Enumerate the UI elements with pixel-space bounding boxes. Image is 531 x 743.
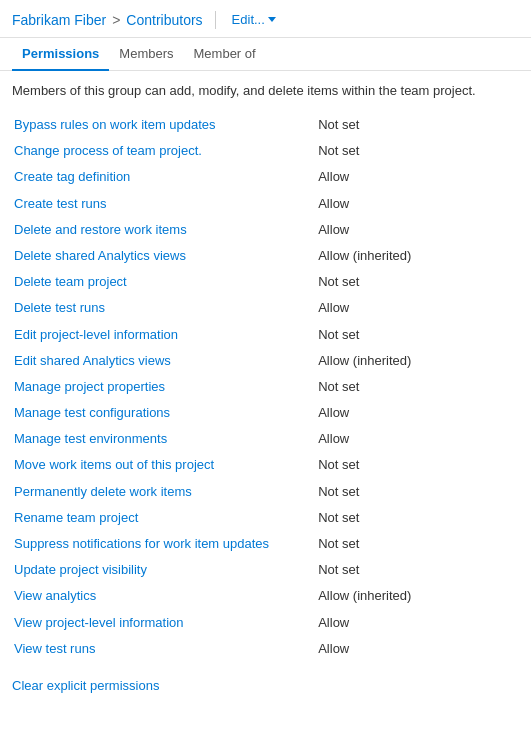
table-row: Manage test environmentsAllow bbox=[12, 426, 519, 452]
permission-name[interactable]: Delete test runs bbox=[12, 295, 316, 321]
table-row: View project-level informationAllow bbox=[12, 610, 519, 636]
table-row: Bypass rules on work item updatesNot set bbox=[12, 112, 519, 138]
table-row: Delete team projectNot set bbox=[12, 269, 519, 295]
table-row: Move work items out of this projectNot s… bbox=[12, 452, 519, 478]
permission-value: Not set bbox=[316, 269, 519, 295]
permission-value: Not set bbox=[316, 557, 519, 583]
permission-name[interactable]: Suppress notifications for work item upd… bbox=[12, 531, 316, 557]
tab-permissions[interactable]: Permissions bbox=[12, 38, 109, 71]
chevron-down-icon bbox=[268, 17, 276, 22]
permission-name[interactable]: Manage test environments bbox=[12, 426, 316, 452]
table-row: Suppress notifications for work item upd… bbox=[12, 531, 519, 557]
table-row: Delete shared Analytics viewsAllow (inhe… bbox=[12, 243, 519, 269]
tab-members[interactable]: Members bbox=[109, 38, 183, 71]
permission-name[interactable]: View analytics bbox=[12, 583, 316, 609]
table-row: Permanently delete work itemsNot set bbox=[12, 479, 519, 505]
main-content: Members of this group can add, modify, a… bbox=[0, 71, 531, 705]
table-row: Edit project-level informationNot set bbox=[12, 322, 519, 348]
permission-value: Allow bbox=[316, 164, 519, 190]
tabs-bar: Permissions Members Member of bbox=[0, 38, 531, 71]
permission-name[interactable]: Change process of team project. bbox=[12, 138, 316, 164]
table-row: Create test runsAllow bbox=[12, 191, 519, 217]
permission-value: Allow (inherited) bbox=[316, 348, 519, 374]
project-link[interactable]: Fabrikam Fiber bbox=[12, 12, 106, 28]
permission-name[interactable]: Move work items out of this project bbox=[12, 452, 316, 478]
permission-name[interactable]: View project-level information bbox=[12, 610, 316, 636]
permission-value: Allow bbox=[316, 191, 519, 217]
permission-value: Not set bbox=[316, 112, 519, 138]
table-row: Create tag definitionAllow bbox=[12, 164, 519, 190]
tab-member-of[interactable]: Member of bbox=[184, 38, 266, 71]
permission-value: Allow bbox=[316, 217, 519, 243]
table-row: View analyticsAllow (inherited) bbox=[12, 583, 519, 609]
permission-value: Not set bbox=[316, 531, 519, 557]
header-divider bbox=[215, 11, 216, 29]
table-row: View test runsAllow bbox=[12, 636, 519, 662]
permission-name[interactable]: Update project visibility bbox=[12, 557, 316, 583]
permission-value: Allow bbox=[316, 295, 519, 321]
permission-value: Not set bbox=[316, 505, 519, 531]
table-row: Manage test configurationsAllow bbox=[12, 400, 519, 426]
table-row: Update project visibilityNot set bbox=[12, 557, 519, 583]
page-header: Fabrikam Fiber > Contributors Edit... bbox=[0, 0, 531, 38]
permission-value: Allow bbox=[316, 400, 519, 426]
permission-name[interactable]: Rename team project bbox=[12, 505, 316, 531]
permission-value: Not set bbox=[316, 479, 519, 505]
table-row: Manage project propertiesNot set bbox=[12, 374, 519, 400]
group-description: Members of this group can add, modify, a… bbox=[12, 83, 519, 98]
table-row: Rename team projectNot set bbox=[12, 505, 519, 531]
permission-value: Allow bbox=[316, 426, 519, 452]
permission-value: Not set bbox=[316, 452, 519, 478]
group-name: Contributors bbox=[126, 12, 202, 28]
permission-name[interactable]: Edit shared Analytics views bbox=[12, 348, 316, 374]
edit-label: Edit... bbox=[232, 12, 265, 27]
clear-permissions-link[interactable]: Clear explicit permissions bbox=[12, 678, 159, 693]
table-row: Change process of team project.Not set bbox=[12, 138, 519, 164]
permission-value: Not set bbox=[316, 322, 519, 348]
permission-name[interactable]: Delete shared Analytics views bbox=[12, 243, 316, 269]
permission-value: Allow (inherited) bbox=[316, 583, 519, 609]
permission-value: Not set bbox=[316, 138, 519, 164]
permissions-table: Bypass rules on work item updatesNot set… bbox=[12, 112, 519, 662]
permission-name[interactable]: Delete team project bbox=[12, 269, 316, 295]
permission-value: Allow bbox=[316, 610, 519, 636]
permission-value: Not set bbox=[316, 374, 519, 400]
permission-value: Allow bbox=[316, 636, 519, 662]
table-row: Edit shared Analytics viewsAllow (inheri… bbox=[12, 348, 519, 374]
permission-name[interactable]: Manage test configurations bbox=[12, 400, 316, 426]
permission-name[interactable]: Bypass rules on work item updates bbox=[12, 112, 316, 138]
permission-name[interactable]: Manage project properties bbox=[12, 374, 316, 400]
permission-name[interactable]: Create tag definition bbox=[12, 164, 316, 190]
breadcrumb-separator: > bbox=[112, 12, 120, 28]
permission-value: Allow (inherited) bbox=[316, 243, 519, 269]
edit-button[interactable]: Edit... bbox=[228, 10, 280, 29]
table-row: Delete test runsAllow bbox=[12, 295, 519, 321]
table-row: Delete and restore work itemsAllow bbox=[12, 217, 519, 243]
permission-name[interactable]: Create test runs bbox=[12, 191, 316, 217]
permission-name[interactable]: Permanently delete work items bbox=[12, 479, 316, 505]
permission-name[interactable]: Edit project-level information bbox=[12, 322, 316, 348]
permission-name[interactable]: Delete and restore work items bbox=[12, 217, 316, 243]
permission-name[interactable]: View test runs bbox=[12, 636, 316, 662]
